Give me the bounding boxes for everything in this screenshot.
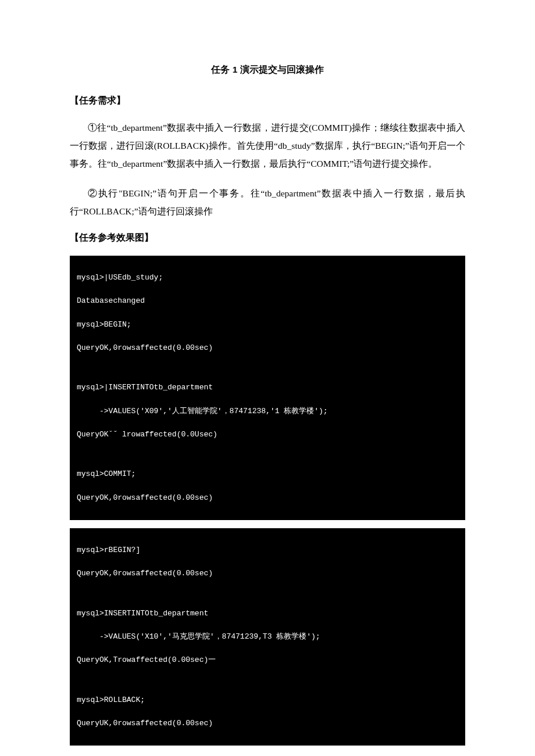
code-line: QueryOKˇ˘ lrowaffected(0.0Usec) bbox=[77, 429, 458, 440]
code-spacer bbox=[77, 592, 458, 596]
code-line: QueryOK,0rowsaffected(0.00sec) bbox=[77, 568, 458, 579]
code-spacer bbox=[77, 452, 458, 457]
code-line: mysql>|INSERTINTOtb_department bbox=[77, 382, 458, 393]
code-line: ->VALUES('X10','马克思学院'，87471239,T3 栋教学楼'… bbox=[77, 631, 458, 643]
code-line: mysql>rBEGIN?] bbox=[77, 544, 458, 556]
code-line: mysql>BEGIN; bbox=[77, 319, 458, 331]
code-line: mysql>COMMIT; bbox=[77, 468, 458, 480]
code-block-rollback: mysql>rBEGIN?] QueryOK,0rowsaffected(0.0… bbox=[70, 528, 465, 746]
code-line: mysql>ROLLBACK; bbox=[77, 694, 458, 706]
heading-reference-result: 【任务参考效果图】 bbox=[70, 232, 465, 244]
page-title: 任务 1 演示提交与回滚操作 bbox=[70, 64, 465, 76]
code-line: Databasechanged bbox=[77, 295, 458, 307]
code-line: QueryOK,0rowsaffected(0.00sec) bbox=[77, 492, 458, 504]
code-spacer bbox=[77, 678, 458, 683]
code-line: ->VALUES('X09','人工智能学院'，87471238,'1 栋教学楼… bbox=[77, 406, 458, 417]
code-line: QueryOK,Trowaffected(0.00sec)一 bbox=[77, 654, 458, 666]
paragraph-requirement-1: ①往“tb_department”数据表中插入一行数据，进行提交(COMMIT)… bbox=[70, 119, 465, 173]
code-line: mysql>|USEdb_study; bbox=[77, 272, 458, 284]
code-spacer bbox=[77, 366, 458, 370]
code-block-commit: mysql>|USEdb_study; Databasechanged mysq… bbox=[70, 256, 465, 520]
paragraph-requirement-2: ②执行"BEGIN;”语句开启一个事务。往“tb_department”数据表中… bbox=[70, 184, 465, 220]
code-line: QueryOK,0rowsaffected(0.00sec) bbox=[77, 342, 458, 354]
code-line: QueryUK,0rowsaffected(0.00sec) bbox=[77, 718, 458, 729]
code-line: mysql>INSERTINTOtb_department bbox=[77, 608, 458, 619]
heading-task-requirement: 【任务需求】 bbox=[70, 95, 465, 107]
